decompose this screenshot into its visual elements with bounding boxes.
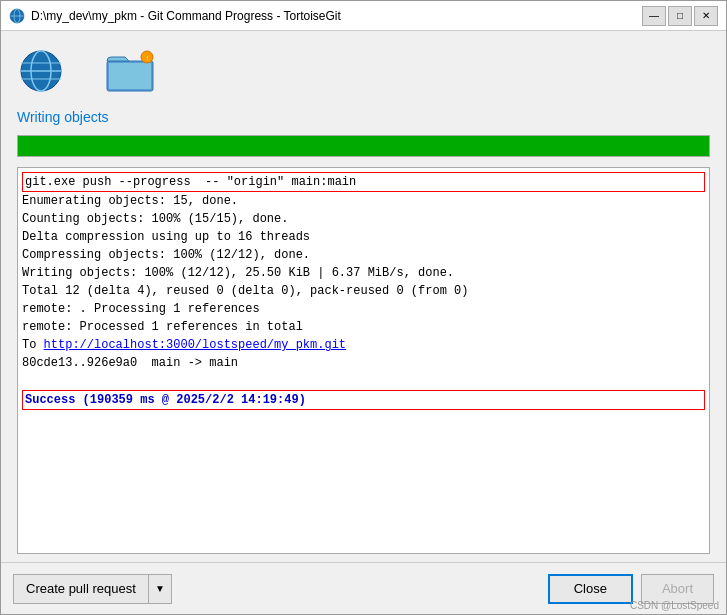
close-button[interactable]: Close	[548, 574, 633, 604]
close-window-button[interactable]: ✕	[694, 6, 718, 26]
log-line: Writing objects: 100% (12/12), 25.50 KiB…	[22, 264, 705, 282]
title-bar-icon	[9, 8, 25, 24]
main-content: ↑ Writing objects git.exe push --progres…	[1, 31, 726, 562]
log-line: To http://localhost:3000/lostspeed/my_pk…	[22, 336, 705, 354]
footer: Create pull request ▼ Close Abort	[1, 562, 726, 614]
minimize-button[interactable]: —	[642, 6, 666, 26]
command-line: git.exe push --progress -- "origin" main…	[22, 172, 705, 192]
log-line: remote: Processed 1 references in total	[22, 318, 705, 336]
progress-bar-fill	[18, 136, 709, 156]
watermark: CSDN @LostSpeed	[630, 600, 719, 611]
svg-text:↑: ↑	[145, 54, 149, 63]
window-title: D:\my_dev\my_pkm - Git Command Progress …	[31, 9, 642, 23]
log-line: Compressing objects: 100% (12/12), done.	[22, 246, 705, 264]
window-controls: — □ ✕	[642, 6, 718, 26]
log-line: Delta compression using up to 16 threads	[22, 228, 705, 246]
log-line: Counting objects: 100% (15/15), done.	[22, 210, 705, 228]
log-line: Total 12 (delta 4), reused 0 (delta 0), …	[22, 282, 705, 300]
create-pull-request-button[interactable]: Create pull request	[13, 574, 148, 604]
folder-icon: ↑	[105, 47, 157, 95]
maximize-button[interactable]: □	[668, 6, 692, 26]
abort-button[interactable]: Abort	[641, 574, 714, 604]
footer-left: Create pull request ▼	[13, 574, 172, 604]
globe-icon	[17, 47, 65, 95]
success-line: Success (190359 ms @ 2025/2/2 14:19:49)	[22, 390, 705, 410]
log-line	[22, 372, 705, 390]
dropdown-button[interactable]: ▼	[148, 574, 172, 604]
progress-bar-container	[17, 135, 710, 157]
log-area[interactable]: git.exe push --progress -- "origin" main…	[17, 167, 710, 554]
icons-row: ↑	[17, 47, 710, 99]
remote-url-link[interactable]: http://localhost:3000/lostspeed/my_pkm.g…	[44, 338, 346, 352]
log-line: Enumerating objects: 15, done.	[22, 192, 705, 210]
log-line: 80cde13..926e9a0 main -> main	[22, 354, 705, 372]
title-bar: D:\my_dev\my_pkm - Git Command Progress …	[1, 1, 726, 31]
main-window: D:\my_dev\my_pkm - Git Command Progress …	[0, 0, 727, 615]
log-line: remote: . Processing 1 references	[22, 300, 705, 318]
status-label: Writing objects	[17, 109, 710, 125]
svg-rect-9	[109, 63, 151, 89]
footer-right: Close Abort	[548, 574, 714, 604]
